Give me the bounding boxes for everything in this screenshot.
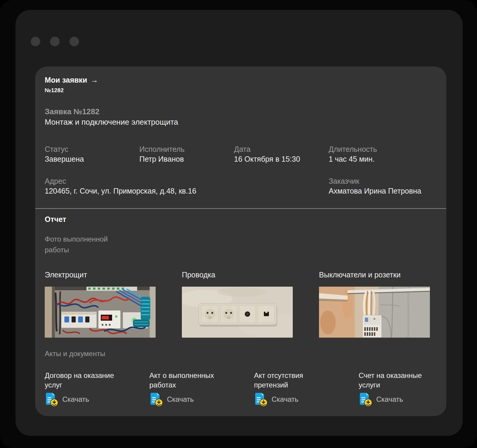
- photo-caption: Электрощит: [45, 270, 156, 279]
- meta-duration: Длительность 1 час 45 мин.: [329, 145, 424, 164]
- document-title: Счет на оказанные услуги: [359, 371, 435, 390]
- meta-label: Адрес: [45, 177, 329, 186]
- document-item: Акт о выполненных работах: [149, 371, 254, 407]
- download-button[interactable]: Скачать: [359, 392, 403, 407]
- document-title: Договор на оказание услуг: [45, 371, 121, 390]
- request-card: Мои заявки → №1282 Заявка №1282 Монтаж и…: [35, 67, 446, 416]
- window-control-dot: [69, 37, 79, 46]
- photo-caption: Выключатели и розетки: [319, 270, 430, 279]
- download-label: Скачать: [376, 395, 403, 404]
- download-button[interactable]: Скачать: [254, 392, 298, 407]
- download-button[interactable]: Скачать: [149, 392, 194, 407]
- meta-value: 16 Октября в 15:30: [234, 154, 329, 164]
- window-control-dot: [31, 37, 40, 46]
- meta-label: Длительность: [329, 145, 424, 154]
- download-label: Скачать: [167, 395, 194, 404]
- photo-image: [182, 287, 293, 338]
- window-control-dot: [50, 37, 60, 46]
- document-item: Акт отсутствия претензий: [254, 371, 359, 407]
- meta-label: Заказчик: [329, 177, 424, 186]
- download-button[interactable]: Скачать: [45, 392, 89, 407]
- document-item: Договор на оказание услуг: [45, 371, 149, 407]
- photo-image: [319, 287, 430, 338]
- request-number: №1282: [45, 87, 437, 94]
- download-label: Скачать: [272, 395, 298, 404]
- photo-caption: Проводка: [182, 270, 293, 279]
- photo-wiring[interactable]: [182, 287, 293, 338]
- photo-image: [45, 287, 156, 338]
- meta-value: 1 час 45 мин.: [329, 154, 424, 164]
- meta-value: Завершена: [45, 154, 140, 164]
- photo-switches[interactable]: [319, 287, 430, 338]
- request-heading: Заявка №1282: [45, 106, 437, 117]
- meta-executor: Исполнитель Петр Иванов: [140, 145, 234, 164]
- breadcrumb-link[interactable]: Мои заявки →: [45, 75, 98, 84]
- breadcrumb-label: Мои заявки: [45, 75, 87, 84]
- browser-window: Мои заявки → №1282 Заявка №1282 Монтаж и…: [16, 10, 463, 436]
- meta-value: Ахматова Ирина Петровна: [329, 186, 424, 196]
- meta-value: Петр Иванов: [140, 154, 234, 164]
- photo-electroshield[interactable]: [45, 287, 156, 338]
- documents-grid: Договор на оказание услуг: [45, 371, 437, 407]
- page-background: Мои заявки → №1282 Заявка №1282 Монтаж и…: [0, 0, 477, 448]
- photo-item-wiring: Проводка: [182, 270, 293, 338]
- window-controls: [31, 37, 79, 46]
- document-title: Акт о выполненных работах: [149, 371, 225, 390]
- meta-row-2: Адрес 120465, г. Сочи, ул. Приморская, д…: [45, 177, 423, 196]
- download-doc-icon: [359, 392, 372, 407]
- report-heading: Отчет: [45, 215, 437, 224]
- download-doc-icon: [254, 392, 268, 407]
- meta-row-1: Статус Завершена Исполнитель Петр Иванов…: [45, 145, 423, 164]
- download-doc-icon: [45, 392, 58, 407]
- meta-status: Статус Завершена: [45, 145, 140, 164]
- photos-section-label: Фото выполненной работы: [45, 234, 116, 255]
- meta-date: Дата 16 Октября в 15:30: [234, 145, 329, 164]
- meta-address: Адрес 120465, г. Сочи, ул. Приморская, д…: [45, 177, 329, 196]
- meta-customer: Заказчик Ахматова Ирина Петровна: [329, 177, 424, 196]
- document-item: Счет на оказанные услуги: [359, 371, 437, 407]
- photo-item-electroshield: Электрощит: [45, 270, 156, 338]
- photo-item-switches: Выключатели и розетки: [319, 270, 430, 338]
- meta-label: Исполнитель: [140, 145, 234, 154]
- document-title: Акт отсутствия претензий: [254, 371, 330, 390]
- section-divider: [35, 208, 446, 209]
- documents-section-label: Акты и документы: [45, 349, 437, 358]
- download-label: Скачать: [62, 395, 89, 404]
- meta-label: Дата: [234, 145, 329, 154]
- photos-grid: Электрощит: [45, 270, 437, 338]
- meta-label: Статус: [45, 145, 140, 154]
- meta-value: 120465, г. Сочи, ул. Приморская, д.48, к…: [45, 186, 329, 196]
- download-doc-icon: [149, 392, 163, 407]
- arrow-right-icon: →: [91, 75, 98, 84]
- request-title: Монтаж и подключение электрощита: [45, 117, 437, 127]
